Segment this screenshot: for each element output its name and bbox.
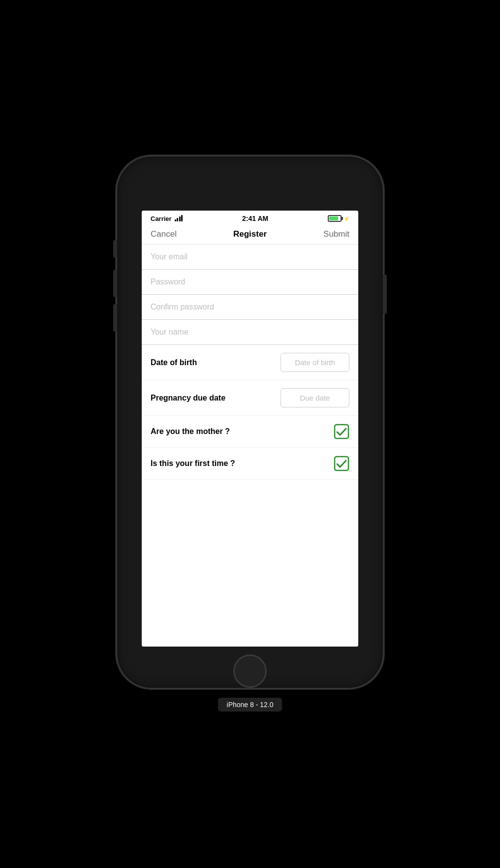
power-button	[383, 275, 387, 314]
dob-label: Date of birth	[151, 358, 197, 367]
dob-button[interactable]: Date of birth	[281, 353, 349, 372]
password-input[interactable]	[142, 270, 358, 295]
page-title: Register	[233, 229, 267, 239]
screen: Carrier 2:41 AM ⚡ Cancel Register Submi	[142, 211, 358, 647]
name-input[interactable]	[142, 320, 358, 345]
email-input[interactable]	[142, 245, 358, 270]
first-time-label: Is this your first time ?	[151, 459, 235, 468]
status-left: Carrier	[151, 215, 183, 222]
mother-checkbox[interactable]	[334, 424, 349, 439]
pregnancy-label: Pregnancy due date	[151, 394, 225, 403]
status-right: ⚡	[328, 215, 349, 222]
volume-down-button	[113, 304, 117, 332]
submit-button[interactable]: Submit	[323, 229, 349, 239]
device-label: iPhone 8 - 12.0	[218, 698, 282, 712]
status-time: 2:41 AM	[242, 215, 268, 222]
due-date-button[interactable]: Due date	[281, 388, 349, 407]
mute-button	[113, 240, 117, 258]
mother-row: Are you the mother ?	[142, 416, 358, 448]
pregnancy-row: Pregnancy due date Due date	[142, 380, 358, 416]
confirm-password-input[interactable]	[142, 295, 358, 320]
battery-icon	[328, 215, 342, 222]
cancel-button[interactable]: Cancel	[151, 229, 177, 239]
wifi-icon	[175, 216, 183, 221]
first-time-row: Is this your first time ?	[142, 448, 358, 480]
battery-fill	[329, 217, 338, 220]
home-button[interactable]	[233, 654, 267, 688]
nav-bar: Cancel Register Submit	[142, 225, 358, 245]
form-content: Date of birth Date of birth Pregnancy du…	[142, 245, 358, 647]
volume-up-button	[113, 270, 117, 297]
bolt-icon: ⚡	[344, 216, 349, 221]
dob-row: Date of birth Date of birth	[142, 345, 358, 380]
mother-label: Are you the mother ?	[151, 427, 230, 436]
phone-frame: Carrier 2:41 AM ⚡ Cancel Register Submi	[117, 156, 383, 688]
status-bar: Carrier 2:41 AM ⚡	[142, 211, 358, 225]
carrier-label: Carrier	[151, 215, 172, 222]
scene: Carrier 2:41 AM ⚡ Cancel Register Submi	[117, 156, 383, 712]
first-time-checkbox[interactable]	[334, 456, 349, 471]
